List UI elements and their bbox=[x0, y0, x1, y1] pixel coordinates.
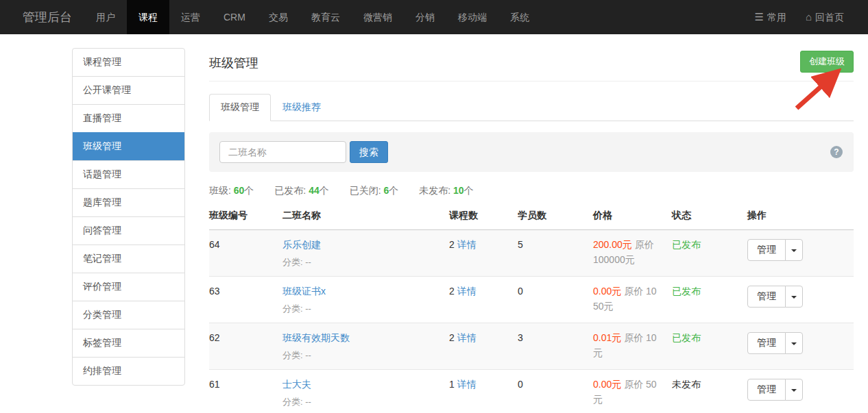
class-category: 分类: -- bbox=[282, 396, 444, 408]
manage-dropdown-button[interactable] bbox=[785, 239, 803, 261]
course-detail-link[interactable]: 详情 bbox=[457, 286, 477, 297]
class-name-link[interactable]: 乐乐创建 bbox=[282, 239, 321, 250]
app-brand: 管理后台 bbox=[0, 0, 84, 34]
manage-button[interactable]: 管理 bbox=[747, 239, 786, 261]
search-panel: 搜索 ? bbox=[209, 132, 854, 172]
course-detail-link[interactable]: 详情 bbox=[457, 332, 477, 343]
chevron-down-icon bbox=[791, 389, 797, 392]
manage-button[interactable]: 管理 bbox=[747, 332, 786, 354]
class-tabs: 班级管理 班级推荐 bbox=[209, 94, 854, 121]
help-icon[interactable]: ? bbox=[830, 146, 843, 158]
class-name-link[interactable]: 班级有效期天数 bbox=[282, 332, 350, 343]
nav-item-crm[interactable]: CRM bbox=[212, 0, 257, 34]
stat-value: 44 bbox=[309, 185, 320, 196]
nav-item-micro-marketing[interactable]: 微营销 bbox=[352, 0, 404, 34]
original-price-line2: 50元 bbox=[593, 301, 666, 313]
class-id: 62 bbox=[209, 323, 282, 370]
original-price: 原价 bbox=[635, 239, 654, 250]
tab-class-management[interactable]: 班级管理 bbox=[209, 94, 271, 121]
sidebar-item-question-bank-management[interactable]: 题库管理 bbox=[73, 188, 184, 216]
original-price: 原价 10 bbox=[624, 286, 656, 297]
stat-label: 已关闭: bbox=[350, 185, 381, 196]
sidebar-item-review-management[interactable]: 评价管理 bbox=[73, 273, 184, 301]
manage-button[interactable]: 管理 bbox=[747, 286, 786, 308]
table-row: 61 士大夫 分类: -- 1 详情 0 0.00元 原价 50 元 未发布 bbox=[209, 370, 854, 413]
manage-dropdown-button[interactable] bbox=[785, 332, 803, 354]
course-count: 1 bbox=[449, 379, 455, 390]
stat-published: 已发布: 44个 bbox=[274, 185, 328, 197]
nav-item-favorites[interactable]: ☰ 常用 bbox=[745, 0, 795, 34]
chevron-down-icon bbox=[791, 296, 797, 299]
table-row: 62 班级有效期天数 分类: -- 2 详情 3 0.01元 原价 10 元 已… bbox=[209, 323, 854, 370]
course-detail-link[interactable]: 详情 bbox=[457, 239, 477, 250]
header-price: 价格 bbox=[593, 201, 672, 230]
nav-item-mobile[interactable]: 移动端 bbox=[446, 0, 498, 34]
class-category: 分类: -- bbox=[282, 303, 444, 315]
stat-closed: 已关闭: 6个 bbox=[350, 185, 399, 197]
manage-dropdown-button[interactable] bbox=[785, 286, 803, 308]
stat-unit: 个 bbox=[389, 185, 398, 196]
sidebar-item-open-course-management[interactable]: 公开课管理 bbox=[73, 76, 184, 104]
table-header-row: 班级编号 二班名称 课程数 学员数 价格 状态 操作 bbox=[209, 201, 854, 230]
nav-item-course[interactable]: 课程 bbox=[127, 0, 169, 34]
search-button[interactable]: 搜索 bbox=[350, 141, 388, 163]
back-home-label: 回首页 bbox=[815, 0, 844, 34]
sidebar-item-topic-management[interactable]: 话题管理 bbox=[73, 160, 184, 188]
class-table: 班级编号 二班名称 课程数 学员数 价格 状态 操作 64 乐乐创建 分类: -… bbox=[209, 201, 854, 413]
sidebar-item-class-management[interactable]: 班级管理 bbox=[73, 132, 184, 160]
class-name-link[interactable]: 士大夫 bbox=[282, 379, 311, 390]
sidebar-item-qa-management[interactable]: 问答管理 bbox=[73, 216, 184, 245]
manage-dropdown-button[interactable] bbox=[785, 379, 803, 401]
sidebar-item-live-management[interactable]: 直播管理 bbox=[73, 104, 184, 132]
class-name-search-input[interactable] bbox=[219, 141, 346, 163]
nav-item-distribution[interactable]: 分销 bbox=[404, 0, 446, 34]
class-name-link[interactable]: 班级证书x bbox=[282, 286, 326, 297]
sidebar-item-course-management[interactable]: 课程管理 bbox=[73, 49, 184, 76]
header-course-count: 课程数 bbox=[449, 201, 518, 230]
nav-item-system[interactable]: 系统 bbox=[498, 0, 541, 34]
nav-item-user[interactable]: 用户 bbox=[84, 0, 127, 34]
page-header: 班级管理 创建班级 bbox=[209, 48, 854, 82]
nav-item-edu-cloud[interactable]: 教育云 bbox=[300, 0, 352, 34]
student-count: 0 bbox=[518, 277, 593, 323]
header-actions: 操作 bbox=[747, 201, 854, 230]
class-stats: 班级: 60个 已发布: 44个 已关闭: 6个 未发布: 10个 bbox=[209, 185, 854, 197]
create-class-button[interactable]: 创建班级 bbox=[800, 51, 854, 73]
sidebar-item-category-management[interactable]: 分类管理 bbox=[73, 301, 184, 329]
original-price-line2: 元 bbox=[593, 347, 666, 360]
stat-unit: 个 bbox=[320, 185, 329, 196]
course-detail-link[interactable]: 详情 bbox=[457, 379, 477, 390]
navbar-right: ☰ 常用 ⌂ 回首页 bbox=[745, 0, 868, 34]
class-price: 200.00元 bbox=[593, 239, 632, 250]
course-sidebar: 课程管理 公开课管理 直播管理 班级管理 话题管理 题库管理 问答管理 笔记管理… bbox=[72, 48, 185, 386]
student-count: 3 bbox=[518, 323, 593, 370]
stat-unit: 个 bbox=[464, 185, 474, 196]
class-category: 分类: -- bbox=[282, 349, 444, 362]
header-class-name: 二班名称 bbox=[282, 201, 449, 230]
chevron-down-icon bbox=[791, 342, 797, 345]
class-id: 61 bbox=[209, 370, 282, 413]
status-badge: 已发布 bbox=[672, 286, 701, 297]
stat-total: 班级: 60个 bbox=[209, 185, 254, 197]
tab-class-recommend[interactable]: 班级推荐 bbox=[271, 94, 333, 121]
sidebar-item-tag-management[interactable]: 标签管理 bbox=[73, 329, 184, 357]
main-panel: 班级管理 创建班级 班级管理 班级推荐 搜索 ? 班级: 60个 已发布: 44… bbox=[209, 48, 854, 413]
manage-button[interactable]: 管理 bbox=[747, 379, 786, 401]
stat-label: 班级: bbox=[209, 185, 231, 196]
class-id: 63 bbox=[209, 277, 282, 323]
class-category: 分类: -- bbox=[282, 256, 444, 268]
stat-value: 60 bbox=[234, 185, 245, 196]
nav-item-back-home[interactable]: ⌂ 回首页 bbox=[796, 0, 854, 34]
nav-item-operation[interactable]: 运营 bbox=[169, 0, 212, 34]
class-price: 0.01元 bbox=[593, 332, 621, 343]
sidebar-item-note-management[interactable]: 笔记管理 bbox=[73, 245, 184, 273]
stat-value: 10 bbox=[453, 185, 464, 196]
class-price: 0.00元 bbox=[593, 286, 621, 297]
sidebar-item-schedule-management[interactable]: 约排管理 bbox=[73, 357, 184, 385]
list-icon: ☰ bbox=[754, 0, 763, 34]
table-row: 64 乐乐创建 分类: -- 2 详情 5 200.00元 原价 100000元… bbox=[209, 230, 854, 277]
nav-item-trade[interactable]: 交易 bbox=[257, 0, 300, 34]
home-icon: ⌂ bbox=[806, 0, 812, 34]
original-price-line2: 100000元 bbox=[593, 254, 666, 266]
student-count: 5 bbox=[518, 230, 593, 277]
